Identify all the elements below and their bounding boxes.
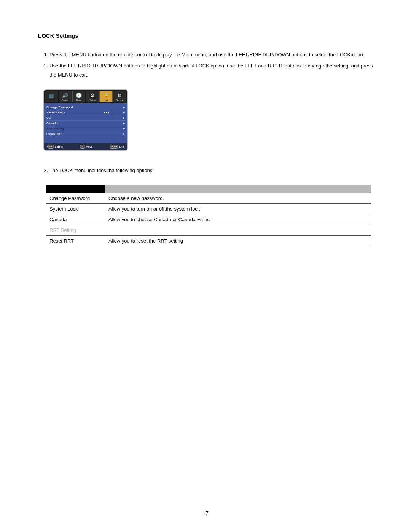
option-name: Change Password (46, 193, 105, 203)
lock-icon: 🔒 (100, 92, 112, 99)
table-row: CanadaAllow you to choose Canada or Cana… (46, 214, 371, 225)
osd-tab-timer: 🕘Timer (72, 91, 86, 102)
step-2: Use the LEFT/RIGHT/UP/DOWN buttons to hi… (49, 61, 373, 80)
osd-row: Change Password▸ (46, 105, 125, 110)
osd-tab-picture: 📺 (45, 91, 58, 102)
select-key-icon: ▲▼ (47, 145, 54, 149)
osd-row-label: Change Password (46, 105, 94, 109)
channel-icon: 🖥 (113, 92, 126, 99)
footer-exit: Exit (119, 145, 124, 148)
chevron-right-icon: ▸ (120, 116, 125, 120)
osd-row: US▸ (46, 115, 125, 120)
option-name: Reset RRT (46, 235, 105, 246)
osd-tab-setup: ⚙Setup (86, 91, 99, 102)
chevron-right-icon: ▸ (120, 121, 125, 125)
page-number: 17 (0, 510, 411, 517)
exit-key-icon: MENU (110, 145, 118, 149)
osd-row: RRT Setting▸ (46, 126, 125, 131)
option-name: RRT Setting (46, 225, 105, 235)
chevron-right-icon: ▸ (120, 132, 125, 136)
table-row: Change PasswordChoose a new password. (46, 193, 371, 203)
option-name: System Lock (46, 203, 105, 214)
table-row: System LockAllow you to turn on or off.t… (46, 203, 371, 214)
picture-icon: 📺 (45, 92, 58, 99)
table-row: Reset RRTAllow you to reset the RRT sett… (46, 235, 371, 246)
osd-row: Reset RRT▸ (46, 131, 125, 136)
option-desc: Choose a new password. (105, 193, 371, 203)
option-desc: Allow you to choose Canada or Canada Fre… (105, 214, 371, 225)
chevron-right-icon: ▸ (120, 105, 125, 109)
option-name: Canada (46, 214, 105, 225)
page-title: LOCK Settings (38, 32, 373, 39)
osd-tab-channel: 🖥Channel (113, 91, 126, 102)
step-3: The LOCK menu includes the following opt… (49, 166, 373, 176)
osd-row-value: ◂ On (94, 111, 120, 114)
setup-icon: ⚙ (86, 92, 99, 99)
timer-icon: 🕘 (73, 92, 85, 99)
sound-icon: 🔊 (59, 92, 72, 99)
osd-row-label: Reset RRT (46, 132, 94, 136)
option-desc: Allow you to reset the RRT setting (105, 235, 371, 246)
footer-select: Select (55, 145, 63, 148)
option-desc (105, 225, 371, 235)
move-key-icon: ◂▸ (80, 145, 85, 149)
step-1: Press the MENU button on the remote cont… (49, 50, 373, 60)
osd-footer: ▲▼Select ◂▸Move MENU Exit (44, 143, 127, 150)
osd-row-label: System Lock (46, 111, 94, 114)
instruction-list-cont: The LOCK menu includes the following opt… (38, 166, 373, 176)
osd-tab-bar: 📺🔊Sound🕘Timer⚙Setup🔒Lock🖥Channel (44, 90, 127, 103)
osd-row: Canada▸ (46, 120, 125, 126)
osd-menu: 📺🔊Sound🕘Timer⚙Setup🔒Lock🖥Channel Change … (43, 89, 128, 151)
osd-row-label: US (46, 116, 94, 120)
footer-move: Move (86, 145, 93, 148)
osd-row: System Lock◂ On▸ (46, 110, 125, 115)
chevron-right-icon: ▸ (120, 127, 125, 130)
osd-tab-sound: 🔊Sound (59, 91, 72, 102)
table-row: RRT Setting (46, 225, 371, 235)
osd-row-label: RRT Setting (46, 127, 94, 130)
option-desc: Allow you to turn on or off.the system l… (105, 203, 371, 214)
osd-body: Change Password▸System Lock◂ On▸US▸Canad… (44, 103, 127, 143)
chevron-right-icon: ▸ (120, 111, 125, 114)
osd-row-label: Canada (46, 121, 94, 125)
options-table: Change PasswordChoose a new password.Sys… (46, 185, 371, 246)
osd-tab-lock: 🔒Lock (99, 91, 113, 102)
instruction-list: Press the MENU button on the remote cont… (38, 50, 373, 80)
